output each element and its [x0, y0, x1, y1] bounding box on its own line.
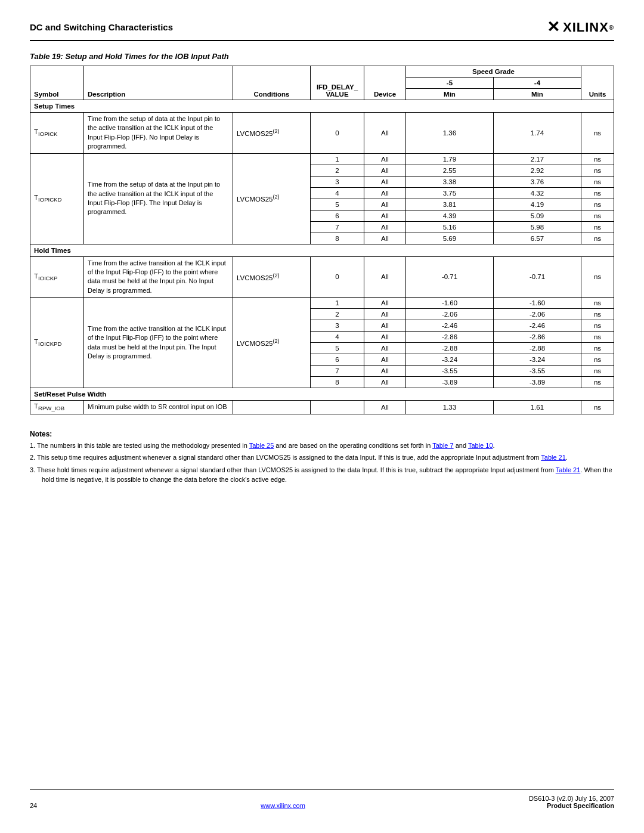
min4-cell: -2.06: [493, 309, 581, 320]
units-cell: ns: [581, 332, 614, 343]
device-cell: All: [364, 354, 406, 366]
device-cell: All: [364, 233, 406, 244]
min5-cell: -1.60: [406, 298, 494, 309]
device-cell: All: [364, 320, 406, 332]
units-cell: ns: [581, 377, 614, 388]
device-cell: All: [364, 401, 406, 414]
ifd-value-cell: 1: [311, 298, 364, 309]
th-ifd: IFD_DELAY_VALUE: [311, 66, 364, 100]
note-item: 3. These hold times require adjustment w…: [30, 465, 614, 485]
min4-cell: -2.88: [493, 343, 581, 354]
section-header-row: Setup Times: [30, 100, 614, 113]
ifd-value-cell: 5: [311, 343, 364, 354]
units-cell: ns: [581, 233, 614, 244]
condition-cell: LVCMOS25(2): [233, 298, 311, 388]
min5-cell: 3.81: [406, 199, 494, 210]
units-cell: ns: [581, 187, 614, 199]
min5-cell: -2.88: [406, 343, 494, 354]
table-row: TIOICKPTime from the active transition a…: [30, 256, 614, 298]
page-header: DC and Switching Characteristics ✕ XILIN…: [30, 18, 614, 41]
section-header-cell: Hold Times: [30, 244, 614, 256]
symbol-cell: TIOPICK: [30, 113, 84, 154]
th-speed4: -4: [493, 78, 581, 89]
th-conditions: Conditions: [233, 66, 311, 100]
ifd-value-cell: 6: [311, 354, 364, 366]
min4-cell: 3.76: [493, 176, 581, 187]
condition-cell: LVCMOS25(2): [233, 113, 311, 154]
ifd-value-cell: 8: [311, 377, 364, 388]
table-row: TIOPICKDTime from the setup of data at t…: [30, 153, 614, 165]
units-cell: ns: [581, 210, 614, 221]
device-cell: All: [364, 187, 406, 199]
units-cell: ns: [581, 256, 614, 298]
min5-cell: 1.33: [406, 401, 494, 414]
ifd-value-cell: 3: [311, 176, 364, 187]
symbol-cell: TIOICKPD: [30, 298, 84, 388]
footer-url[interactable]: www.xilinx.com: [261, 802, 305, 809]
th-description: Description: [84, 66, 233, 100]
main-table: Symbol Description Conditions IFD_DELAY_…: [30, 66, 614, 414]
device-cell: All: [364, 113, 406, 154]
units-cell: ns: [581, 298, 614, 309]
ifd-value-cell: 7: [311, 221, 364, 233]
condition-cell: LVCMOS25(2): [233, 256, 311, 298]
min4-cell: 5.09: [493, 210, 581, 221]
min4-cell: 2.17: [493, 153, 581, 165]
table-row: TIOPICKTime from the setup of data at th…: [30, 113, 614, 154]
note-item: 2. This setup time requires adjustment w…: [30, 453, 614, 463]
symbol-cell: TRPW_IOB: [30, 401, 84, 414]
notes-list: 1. The numbers in this table are tested …: [30, 441, 614, 485]
th-speed5: -5: [406, 78, 494, 89]
symbol-cell: TIOICKP: [30, 256, 84, 298]
ifd-value-cell: 6: [311, 210, 364, 221]
device-cell: All: [364, 153, 406, 165]
units-cell: ns: [581, 320, 614, 332]
min4-cell: 5.98: [493, 221, 581, 233]
device-cell: All: [364, 298, 406, 309]
footer-right: DS610-3 (v2.0) July 16, 2007 Product Spe…: [529, 795, 614, 809]
table-row: TRPW_IOBMinimum pulse width to SR contro…: [30, 401, 614, 414]
th-symbol: Symbol: [30, 66, 84, 100]
section-header-cell: Setup Times: [30, 100, 614, 113]
min4-cell: 1.61: [493, 401, 581, 414]
ifd-value-cell: 3: [311, 320, 364, 332]
section-header-row: Hold Times: [30, 244, 614, 256]
min4-cell: 1.74: [493, 113, 581, 154]
min5-cell: -2.06: [406, 309, 494, 320]
description-cell: Time from the setup of data at the Input…: [84, 113, 233, 154]
ifd-value-cell: 0: [311, 113, 364, 154]
logo-icon: ✕: [547, 18, 561, 36]
units-cell: ns: [581, 343, 614, 354]
description-cell: Time from the setup of data at the Input…: [84, 153, 233, 244]
min5-cell: 2.55: [406, 165, 494, 176]
min4-cell: 4.32: [493, 187, 581, 199]
min4-cell: -2.86: [493, 332, 581, 343]
device-cell: All: [364, 377, 406, 388]
ifd-value-cell: 4: [311, 332, 364, 343]
condition-cell: [233, 401, 311, 414]
units-cell: ns: [581, 221, 614, 233]
th-units: Units: [581, 66, 614, 100]
min5-cell: -3.55: [406, 366, 494, 377]
device-cell: All: [364, 309, 406, 320]
min4-cell: -0.71: [493, 256, 581, 298]
note-item: 1. The numbers in this table are tested …: [30, 441, 614, 451]
min5-cell: 5.16: [406, 221, 494, 233]
footer-doc-type: Product Specification: [529, 802, 614, 809]
min5-cell: 3.38: [406, 176, 494, 187]
device-cell: All: [364, 165, 406, 176]
min5-cell: -3.24: [406, 354, 494, 366]
units-cell: ns: [581, 165, 614, 176]
min5-cell: -0.71: [406, 256, 494, 298]
units-cell: ns: [581, 176, 614, 187]
th-min5: Min: [406, 89, 494, 100]
table-row: TIOICKPDTime from the active transition …: [30, 298, 614, 309]
min4-cell: 6.57: [493, 233, 581, 244]
condition-cell: LVCMOS25(2): [233, 153, 311, 244]
description-cell: Minimum pulse width to SR control input …: [84, 401, 233, 414]
device-cell: All: [364, 366, 406, 377]
page: DC and Switching Characteristics ✕ XILIN…: [0, 0, 644, 833]
min5-cell: 4.39: [406, 210, 494, 221]
min5-cell: -2.46: [406, 320, 494, 332]
ifd-value-cell: 8: [311, 233, 364, 244]
